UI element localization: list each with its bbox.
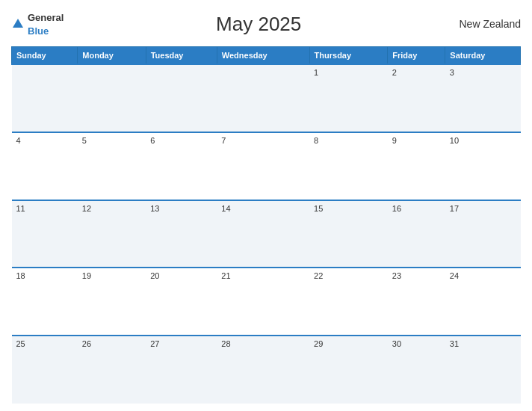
day-number: 10 <box>450 136 459 145</box>
calendar-body: 1234567891011121314151617181920212223242… <box>12 64 521 404</box>
calendar-day-cell: 10 <box>445 132 521 200</box>
day-number: 29 <box>314 339 323 348</box>
day-number: 8 <box>314 136 318 145</box>
calendar-page: General Blue May 2025 New Zealand Sunday… <box>0 0 532 411</box>
header-monday: Monday <box>78 47 146 65</box>
calendar-day-cell: 26 <box>78 336 146 404</box>
day-number: 14 <box>221 204 230 213</box>
day-number: 18 <box>16 271 25 280</box>
calendar-day-cell: 20 <box>146 268 217 336</box>
day-number: 25 <box>16 339 25 348</box>
logo: General Blue <box>11 10 64 37</box>
day-number: 11 <box>16 204 25 213</box>
days-header-row: Sunday Monday Tuesday Wednesday Thursday… <box>12 47 521 65</box>
calendar-day-cell: 17 <box>445 200 521 268</box>
day-number: 28 <box>221 339 230 348</box>
calendar-day-cell: 2 <box>388 64 445 132</box>
day-number: 17 <box>450 204 459 213</box>
calendar-day-cell: 5 <box>78 132 146 200</box>
calendar-day-cell <box>78 64 146 132</box>
calendar-day-cell: 30 <box>388 336 445 404</box>
calendar-day-cell: 22 <box>309 268 388 336</box>
calendar-day-cell: 24 <box>445 268 521 336</box>
day-number: 31 <box>450 339 459 348</box>
calendar-day-cell: 23 <box>388 268 445 336</box>
calendar-day-cell: 6 <box>146 132 217 200</box>
logo-blue-text: Blue <box>28 25 49 37</box>
calendar-week-row: 123 <box>12 64 521 132</box>
day-number: 22 <box>314 271 323 280</box>
day-number: 30 <box>392 339 401 348</box>
day-number: 4 <box>16 136 21 145</box>
calendar-day-cell <box>12 64 78 132</box>
calendar-day-cell: 12 <box>78 200 146 268</box>
calendar-header: General Blue May 2025 New Zealand <box>11 7 521 40</box>
calendar-day-cell: 31 <box>445 336 521 404</box>
calendar-day-cell: 8 <box>309 132 388 200</box>
day-number: 1 <box>314 68 318 77</box>
day-number: 19 <box>82 271 91 280</box>
calendar-day-cell: 13 <box>146 200 217 268</box>
day-number: 15 <box>314 204 323 213</box>
calendar-day-cell <box>146 64 217 132</box>
calendar-day-cell: 19 <box>78 268 146 336</box>
calendar-day-cell: 9 <box>388 132 445 200</box>
calendar-day-cell: 15 <box>309 200 388 268</box>
calendar-day-cell: 14 <box>217 200 309 268</box>
header-tuesday: Tuesday <box>146 47 217 65</box>
calendar-day-cell: 21 <box>217 268 309 336</box>
calendar-week-row: 25262728293031 <box>12 336 521 404</box>
calendar-day-cell: 7 <box>217 132 309 200</box>
day-number: 13 <box>150 204 159 213</box>
calendar-day-cell: 18 <box>12 268 78 336</box>
calendar-day-cell: 4 <box>12 132 78 200</box>
day-number: 21 <box>221 271 230 280</box>
day-number: 24 <box>450 271 459 280</box>
calendar-table: Sunday Monday Tuesday Wednesday Thursday… <box>11 46 521 404</box>
calendar-day-cell: 27 <box>146 336 217 404</box>
header-thursday: Thursday <box>309 47 388 65</box>
day-number: 27 <box>150 339 159 348</box>
calendar-week-row: 18192021222324 <box>12 268 521 336</box>
day-number: 6 <box>150 136 155 145</box>
calendar-day-cell: 25 <box>12 336 78 404</box>
calendar-day-cell: 1 <box>309 64 388 132</box>
calendar-day-cell: 16 <box>388 200 445 268</box>
day-number: 7 <box>221 136 226 145</box>
day-number: 20 <box>150 271 159 280</box>
day-number: 12 <box>82 204 91 213</box>
header-saturday: Saturday <box>445 47 521 65</box>
day-number: 5 <box>82 136 87 145</box>
day-number: 9 <box>392 136 397 145</box>
calendar-week-row: 45678910 <box>12 132 521 200</box>
day-number: 16 <box>392 204 401 213</box>
day-number: 3 <box>450 68 454 77</box>
logo-general-text: General <box>28 12 64 23</box>
header-wednesday: Wednesday <box>217 47 309 65</box>
logo-icon <box>11 17 25 31</box>
day-number: 2 <box>392 68 397 77</box>
calendar-day-cell: 29 <box>309 336 388 404</box>
day-number: 23 <box>392 271 401 280</box>
header-sunday: Sunday <box>12 47 78 65</box>
calendar-day-cell: 28 <box>217 336 309 404</box>
svg-marker-0 <box>13 19 23 28</box>
calendar-day-cell: 11 <box>12 200 78 268</box>
header-friday: Friday <box>388 47 445 65</box>
country-name: New Zealand <box>454 18 521 30</box>
calendar-day-cell <box>217 64 309 132</box>
calendar-week-row: 11121314151617 <box>12 200 521 268</box>
calendar-day-cell: 3 <box>445 64 521 132</box>
calendar-title: May 2025 <box>64 13 454 36</box>
day-number: 26 <box>82 339 91 348</box>
